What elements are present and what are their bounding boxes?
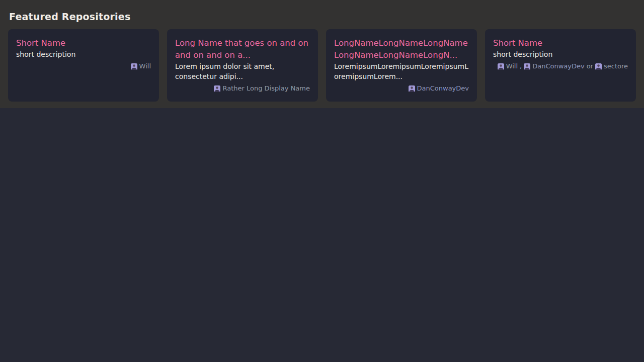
repo-maintainers-row: Rather Long Display Name [175, 84, 310, 93]
maintainer-link[interactable]: Rather Long Display Name [214, 84, 310, 93]
maintainer-name: DanConwayDev [417, 84, 469, 93]
avatar-icon [524, 63, 530, 70]
maintainer-name: DanConwayDev [532, 62, 584, 70]
maintainer-separator: , [520, 62, 522, 70]
repo-description: Lorem ipsum dolor sit amet, consectetur … [175, 61, 310, 81]
repo-title-link[interactable]: Long Name that goes on and on and on and… [175, 37, 310, 61]
repo-description: short description [493, 49, 628, 59]
repo-card[interactable]: Long Name that goes on and on and on and… [167, 29, 318, 102]
avatar-icon [595, 63, 602, 70]
repo-description: short description [16, 49, 151, 59]
repo-maintainers-row: DanConwayDev [334, 84, 469, 93]
repo-maintainers-row: Will , DanConwayDev or sectore [493, 62, 628, 70]
maintainer-name: Rather Long Display Name [222, 84, 310, 93]
repo-title-link[interactable]: Short Name [16, 37, 151, 49]
maintainer-link[interactable]: sectore [595, 62, 628, 70]
avatar-icon [498, 63, 504, 70]
avatar-icon [131, 63, 137, 70]
repo-title-link[interactable]: Short Name [493, 37, 628, 49]
repo-card[interactable]: Short Name short description Will [8, 29, 159, 102]
avatar-icon [409, 85, 415, 92]
avatar-icon [214, 85, 220, 92]
maintainer-separator: or [587, 62, 593, 70]
repo-card[interactable]: Short Name short description Will , DanC… [485, 29, 636, 102]
repo-cards-row: Short Name short description Will Long N… [8, 29, 636, 102]
repo-description: LoremipsumLoremipsumLoremipsumLoremipsum… [334, 61, 469, 81]
maintainer-link[interactable]: Will [498, 62, 518, 70]
maintainer-link[interactable]: DanConwayDev [409, 84, 469, 93]
maintainer-name: sectore [604, 62, 628, 70]
repo-maintainers-row: Will [16, 62, 151, 70]
repo-card[interactable]: LongNameLongNameLongNameLongNameLongName… [326, 29, 477, 102]
section-heading: Featured Repositories [9, 11, 636, 23]
repo-title-link[interactable]: LongNameLongNameLongNameLongNameLongName… [334, 37, 469, 61]
maintainer-link[interactable]: Will [131, 62, 151, 70]
featured-repositories-section: Featured Repositories Short Name short d… [0, 0, 644, 108]
maintainer-link[interactable]: DanConwayDev [524, 62, 584, 70]
maintainer-name: Will [139, 62, 151, 70]
maintainer-name: Will [506, 62, 518, 70]
